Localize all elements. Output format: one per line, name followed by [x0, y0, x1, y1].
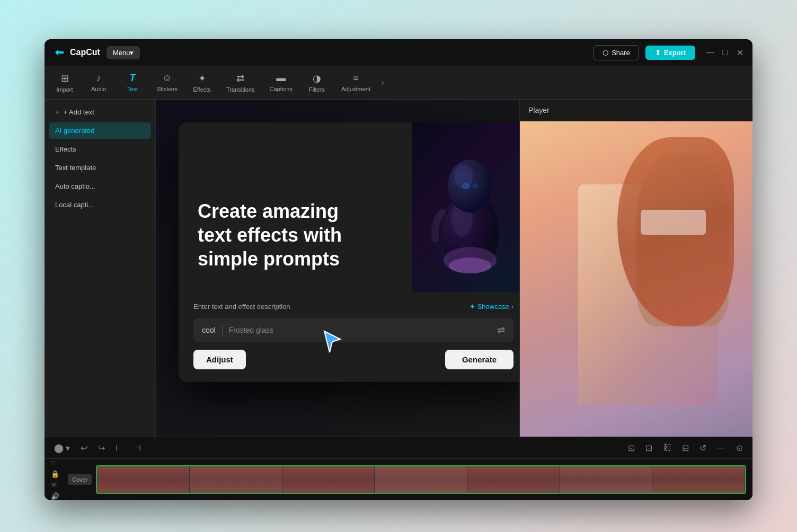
sidebar-local-caption[interactable]: Local capti... — [49, 197, 151, 213]
track-frame-3 — [282, 466, 375, 493]
showcase-link[interactable]: ✦ Showcase › — [470, 303, 513, 311]
effects-icon: ✦ — [198, 73, 206, 84]
audio-icon: ♪ — [96, 73, 101, 84]
toolbar-filters[interactable]: ◑ Filters — [301, 68, 333, 97]
player-header: Player — [520, 100, 752, 121]
toolbar-captions[interactable]: ▬ Captions — [263, 68, 299, 96]
toolbar-stickers[interactable]: ☺ Stickers — [150, 68, 184, 96]
sparkle-icon: ✦ — [470, 303, 475, 311]
modal-input-row[interactable]: cool Frosted glass ⇌ — [193, 318, 513, 342]
undo-button[interactable]: ↩ — [77, 441, 91, 455]
sidebar-ai-generated[interactable]: AI generated — [49, 122, 151, 139]
track-frame-4 — [375, 466, 467, 493]
chevron-right-icon: › — [511, 303, 513, 311]
svg-point-6 — [462, 183, 470, 189]
main-content: + + Add text AI generated Effects Text t… — [45, 100, 752, 437]
add-text-icon: + — [55, 108, 59, 116]
track-frame-7 — [652, 466, 745, 493]
minimize-button[interactable]: — — [706, 48, 714, 57]
sidebar: + + Add text AI generated Effects Text t… — [45, 100, 156, 437]
track-volume-icon: 🔊 — [51, 492, 59, 500]
text-icon: T — [130, 73, 136, 84]
maximize-button[interactable]: □ — [721, 48, 729, 57]
redo-button[interactable]: ↪ — [95, 441, 108, 455]
shuffle-button[interactable]: ⇌ — [497, 324, 505, 336]
modal-heading: Create amazing text effects with simple … — [198, 199, 393, 271]
window-controls: — □ ✕ — [706, 48, 744, 57]
video-track[interactable] — [96, 465, 746, 494]
track-frame-6 — [560, 466, 653, 493]
modal-subtitle-row: Enter text and effect description ✦ Show… — [193, 303, 513, 311]
photo-glasses — [641, 210, 706, 235]
filters-icon: ◑ — [313, 73, 321, 84]
toolbar-text[interactable]: T Text — [117, 68, 148, 96]
link-tool[interactable]: ⛓ — [660, 441, 675, 455]
canvas-area: Create amazin text effects w simple prom… — [156, 100, 519, 437]
import-icon: ⊞ — [61, 73, 69, 84]
timeline-toolbar: ⬤ ▾ ↩ ↪ ⊢ ⊣ ⊡ ⊡ ⛓ ⊟ ↺ — ⊙ — [45, 437, 752, 459]
zoom-fit[interactable]: ⊡ — [625, 441, 638, 455]
track-frame-2 — [190, 466, 282, 493]
track-frame-1 — [97, 466, 190, 493]
share-button[interactable]: ⬡ Share — [594, 45, 639, 60]
adjust-button[interactable]: Adijust — [193, 350, 246, 369]
export-icon: ⬆ — [655, 49, 661, 57]
menu-button[interactable]: Menu▾ — [107, 46, 140, 59]
capcut-logo-icon — [53, 46, 66, 59]
player-photo — [520, 121, 752, 437]
toolbar: ⊞ Import ♪ Audio T Text ☺ Stickers ✦ Eff… — [45, 66, 752, 100]
adjustment-icon: ≡ — [353, 73, 359, 84]
modal-heading-section: Create amazing text effects with simple … — [179, 122, 412, 292]
timeline-settings[interactable]: ⊙ — [733, 441, 746, 455]
toolbar-more[interactable]: › — [381, 77, 384, 88]
toolbar-effects[interactable]: ✦ Effects — [186, 68, 218, 97]
modal-subtitle-text: Enter text and effect description — [193, 303, 290, 311]
more-tools[interactable]: — — [714, 441, 729, 455]
player-area: Player — [519, 100, 752, 437]
export-button[interactable]: ⬆ Export — [645, 46, 695, 60]
track-frame-5 — [467, 466, 560, 493]
modal-input-tag: cool — [202, 326, 216, 334]
ai-text-effects-modal: Create amazing text effects with simple … — [179, 122, 519, 382]
sidebar-add-text[interactable]: + + Add text — [49, 104, 151, 120]
track-visibility-icon: 🔒 — [51, 470, 59, 478]
track-lock-icon: □ — [51, 459, 59, 467]
timeline-tracks: □ 🔒 👁 🔊 Cover — [45, 459, 752, 500]
toolbar-adjustment[interactable]: ≡ Adjustment — [335, 68, 377, 96]
track-audio-icon: 👁 — [51, 481, 59, 489]
svg-point-9 — [449, 258, 491, 273]
modal-robot-image — [412, 122, 519, 292]
sidebar-effects[interactable]: Effects — [49, 141, 151, 157]
sidebar-auto-caption[interactable]: Auto captio... — [49, 178, 151, 194]
modal-top-section: Create amazing text effects with simple … — [179, 122, 519, 292]
sidebar-text-template[interactable]: Text template — [49, 159, 151, 176]
robot-svg — [422, 133, 518, 281]
thumbnail-tool[interactable]: ⊟ — [679, 441, 692, 455]
trim-tool[interactable]: ⊣ — [130, 441, 144, 455]
generate-button[interactable]: Generate — [445, 350, 513, 369]
select-tool[interactable]: ⬤ ▾ — [51, 441, 73, 455]
title-bar: CapCut Menu▾ ⬡ Share ⬆ Export — □ ✕ — [45, 39, 752, 66]
logo: CapCut — [53, 46, 100, 59]
player-content — [520, 121, 752, 437]
split-tool[interactable]: ⊢ — [112, 441, 126, 455]
stickers-icon: ☺ — [162, 73, 172, 84]
app-name: CapCut — [70, 48, 100, 57]
modal-input-divider — [222, 325, 223, 335]
track-controls: □ 🔒 👁 🔊 — [51, 459, 59, 500]
modal-bottom-section: Enter text and effect description ✦ Show… — [179, 292, 519, 382]
toolbar-transitions[interactable]: ⇄ Transitions — [220, 68, 261, 97]
transitions-icon: ⇄ — [236, 73, 244, 84]
timeline-area: ⬤ ▾ ↩ ↪ ⊢ ⊣ ⊡ ⊡ ⛓ ⊟ ↺ — ⊙ □ 🔒 👁 🔊 Cover — [45, 437, 752, 500]
reverse-tool[interactable]: ↺ — [696, 441, 710, 455]
modal-input-value: Frosted glass — [229, 326, 491, 334]
cover-button[interactable]: Cover — [68, 474, 92, 485]
toolbar-audio[interactable]: ♪ Audio — [83, 68, 114, 96]
close-button[interactable]: ✕ — [736, 48, 744, 57]
modal-actions: Adijust Generate — [193, 350, 513, 369]
captions-icon: ▬ — [276, 73, 286, 84]
app-window: CapCut Menu▾ ⬡ Share ⬆ Export — □ ✕ ⊞ Im… — [45, 39, 752, 500]
zoom-in[interactable]: ⊡ — [642, 441, 656, 455]
share-icon: ⬡ — [603, 49, 608, 57]
toolbar-import[interactable]: ⊞ Import — [49, 68, 81, 97]
